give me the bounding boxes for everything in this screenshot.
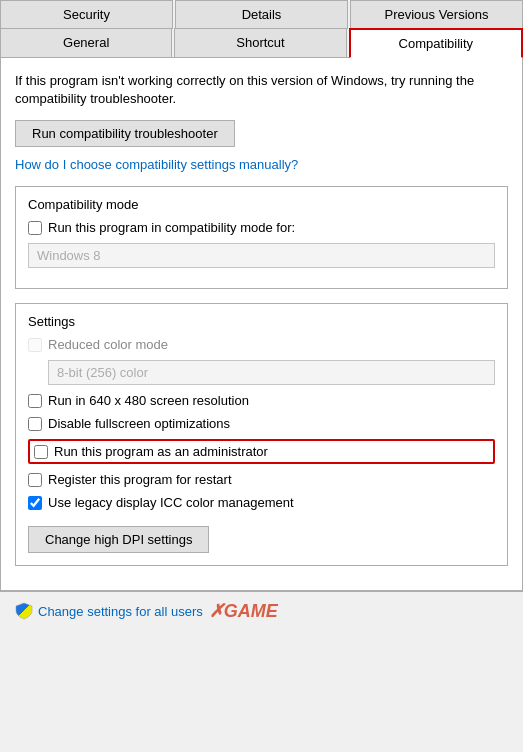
compat-mode-checkbox[interactable] <box>28 221 42 235</box>
run-troubleshooter-button[interactable]: Run compatibility troubleshooter <box>15 120 235 147</box>
admin-label: Run this program as an administrator <box>54 444 268 459</box>
content-area: If this program isn't working correctly … <box>0 57 523 591</box>
compat-mode-checkbox-label: Run this program in compatibility mode f… <box>48 220 295 235</box>
restart-checkbox[interactable] <box>28 473 42 487</box>
tab-row-2: General Shortcut Compatibility <box>0 28 523 57</box>
color-dropdown[interactable]: 8-bit (256) color 16-bit color <box>48 360 495 385</box>
watermark: ✗GAME <box>209 600 278 622</box>
dpi-settings-button[interactable]: Change high DPI settings <box>28 526 209 553</box>
reduced-color-row: Reduced color mode <box>28 337 495 352</box>
compatibility-mode-section: Compatibility mode Run this program in c… <box>15 186 508 289</box>
tab-shortcut[interactable]: Shortcut <box>174 28 346 58</box>
icc-label: Use legacy display ICC color management <box>48 495 294 510</box>
reduced-color-checkbox[interactable] <box>28 338 42 352</box>
reduced-color-label: Reduced color mode <box>48 337 168 352</box>
change-all-users-label: Change settings for all users <box>38 604 203 619</box>
resolution-label: Run in 640 x 480 screen resolution <box>48 393 249 408</box>
compat-mode-row: Run this program in compatibility mode f… <box>28 220 495 235</box>
settings-label: Settings <box>28 314 495 329</box>
shield-icon <box>14 601 34 621</box>
fullscreen-label: Disable fullscreen optimizations <box>48 416 230 431</box>
fullscreen-row: Disable fullscreen optimizations <box>28 416 495 431</box>
tab-details[interactable]: Details <box>175 0 348 29</box>
settings-section: Settings Reduced color mode 8-bit (256) … <box>15 303 508 566</box>
tab-previous-versions[interactable]: Previous Versions <box>350 0 523 29</box>
compatibility-mode-label: Compatibility mode <box>28 197 495 212</box>
admin-row: Run this program as an administrator <box>28 439 495 464</box>
restart-row: Register this program for restart <box>28 472 495 487</box>
bottom-bar: Change settings for all users ✗GAME <box>0 591 523 630</box>
tab-general[interactable]: General <box>0 28 172 58</box>
resolution-checkbox[interactable] <box>28 394 42 408</box>
tab-compatibility[interactable]: Compatibility <box>349 28 523 58</box>
resolution-row: Run in 640 x 480 screen resolution <box>28 393 495 408</box>
fullscreen-checkbox[interactable] <box>28 417 42 431</box>
color-dropdown-row: 8-bit (256) color 16-bit color <box>28 360 495 385</box>
admin-checkbox[interactable] <box>34 445 48 459</box>
restart-label: Register this program for restart <box>48 472 232 487</box>
icc-checkbox[interactable] <box>28 496 42 510</box>
compat-mode-dropdown-row: Windows 8 Windows 7 Windows Vista Window… <box>28 243 495 268</box>
tab-row-1: Security Details Previous Versions <box>0 0 523 28</box>
intro-text: If this program isn't working correctly … <box>15 72 508 108</box>
icc-row: Use legacy display ICC color management <box>28 495 495 510</box>
compat-mode-dropdown[interactable]: Windows 8 Windows 7 Windows Vista Window… <box>28 243 495 268</box>
change-all-users-link[interactable]: Change settings for all users <box>38 604 203 619</box>
help-link[interactable]: How do I choose compatibility settings m… <box>15 157 508 172</box>
tab-security[interactable]: Security <box>0 0 173 29</box>
